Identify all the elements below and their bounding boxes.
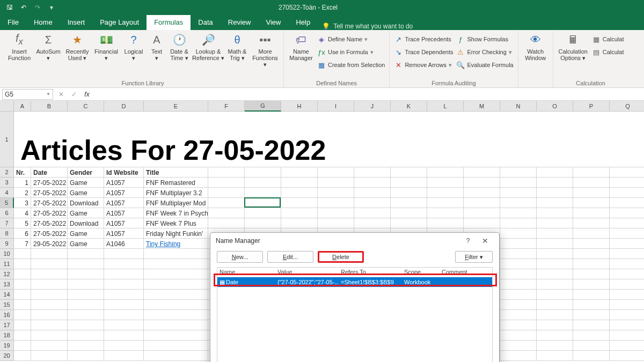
col-header-M[interactable]: M xyxy=(464,101,500,112)
header-c[interactable]: Gender xyxy=(68,167,104,178)
calculate-sheet-button[interactable]: ▤Calculat xyxy=(591,46,625,58)
row-header-10[interactable]: 10 xyxy=(0,249,14,259)
cell-gender[interactable]: Download xyxy=(68,218,104,228)
header-b[interactable]: Date xyxy=(31,167,68,178)
cell-title[interactable]: FNF Multiplayer Mod xyxy=(144,198,208,208)
create-from-selection-button[interactable]: ▦Create from Selection xyxy=(316,59,386,71)
list-row[interactable]: ▦Date {"27-05-2022";"27-05-... =Sheet1!$… xyxy=(217,277,492,287)
col-header-K[interactable]: K xyxy=(391,101,427,112)
cell-idwebsite[interactable]: A1057 xyxy=(104,178,144,188)
col-header-D[interactable]: D xyxy=(104,101,144,112)
row-header-9[interactable]: 9 xyxy=(0,239,14,249)
edit-button[interactable]: Edit... xyxy=(267,251,313,263)
calc-options-button[interactable]: 🖩Calculation Options ▾ xyxy=(557,32,590,61)
show-formulas-button[interactable]: ƒShow Formulas xyxy=(455,33,514,45)
row-header-2[interactable]: 2 xyxy=(0,167,14,178)
autosum-button[interactable]: ΣAutoSum▾ xyxy=(34,32,62,61)
cell-title[interactable]: Tiny Fishing xyxy=(144,239,208,249)
text-button[interactable]: AText▾ xyxy=(147,32,166,61)
row-header-13[interactable]: 13 xyxy=(0,279,14,290)
cell-idwebsite[interactable]: A1057 xyxy=(104,188,144,198)
cell-idwebsite[interactable]: A1057 xyxy=(104,208,144,218)
cell-gender[interactable]: Game xyxy=(68,208,104,218)
cell-nr[interactable]: 5 xyxy=(14,218,31,228)
trace-dependents-button[interactable]: ↘Trace Dependents xyxy=(393,46,454,58)
define-name-button[interactable]: ◈Define Name ▾ xyxy=(316,33,386,45)
formula-input[interactable] xyxy=(94,89,644,100)
row-header-15[interactable]: 15 xyxy=(0,300,14,310)
cell-nr[interactable]: 3 xyxy=(14,198,31,208)
lookup-button[interactable]: 🔎Lookup & Reference ▾ xyxy=(192,32,224,61)
row-header-8[interactable]: 8 xyxy=(0,228,14,239)
cell-gender[interactable]: Download xyxy=(68,198,104,208)
name-manager-button[interactable]: 🏷Name Manager xyxy=(287,32,315,61)
calculate-now-button[interactable]: ▦Calculat xyxy=(591,33,625,45)
cell-gender[interactable]: Game xyxy=(68,178,104,188)
row-header-3[interactable]: 3 xyxy=(0,178,14,188)
cell-idwebsite[interactable]: A1057 xyxy=(104,198,144,208)
col-header-H[interactable]: H xyxy=(281,101,318,112)
tab-view[interactable]: View xyxy=(258,15,288,30)
tell-me[interactable]: 💡 Tell me what you want to do xyxy=(322,23,413,30)
logical-button[interactable]: ?Logical▾ xyxy=(121,32,146,61)
tab-formulas[interactable]: Formulas xyxy=(147,15,191,30)
tab-data[interactable]: Data xyxy=(191,15,220,30)
new-button[interactable]: New... xyxy=(217,251,263,263)
row-header-7[interactable]: 7 xyxy=(0,218,14,228)
close-icon[interactable]: ✕ xyxy=(477,237,494,245)
remove-arrows-button[interactable]: ✕Remove Arrows ▾ xyxy=(393,59,454,71)
row-header-14[interactable]: 14 xyxy=(0,290,14,300)
enter-icon[interactable]: ✓ xyxy=(69,91,79,98)
row-header-12[interactable]: 12 xyxy=(0,269,14,279)
fx-button-icon[interactable]: fx xyxy=(82,91,92,98)
cell-nr[interactable]: 4 xyxy=(14,208,31,218)
col-header-E[interactable]: E xyxy=(144,101,208,112)
cell-date[interactable]: 27-05-2022 xyxy=(31,188,68,198)
col-header-C[interactable]: C xyxy=(68,101,104,112)
row-header-11[interactable]: 11 xyxy=(0,259,14,269)
row-header-17[interactable]: 17 xyxy=(0,320,14,330)
header-a[interactable]: Nr. xyxy=(14,167,31,178)
cell-date[interactable]: 27-05-2022 xyxy=(31,178,68,188)
col-header-F[interactable]: F xyxy=(208,101,245,112)
cell-nr[interactable]: 7 xyxy=(14,239,31,249)
row-header-19[interactable]: 19 xyxy=(0,341,14,351)
col-header-O[interactable]: O xyxy=(537,101,573,112)
cell-nr[interactable]: 6 xyxy=(14,228,31,239)
cell-nr[interactable]: 1 xyxy=(14,178,31,188)
tab-home[interactable]: Home xyxy=(26,15,60,30)
select-all-corner[interactable] xyxy=(0,101,14,112)
evaluate-formula-button[interactable]: 🔍Evaluate Formula xyxy=(455,59,514,71)
cell-gender[interactable]: Game xyxy=(68,188,104,198)
names-list[interactable]: Name Value Refers To Scope Comment ▦Date… xyxy=(217,267,493,362)
cell-gender[interactable]: Game xyxy=(68,228,104,239)
cell-gender[interactable]: Game xyxy=(68,239,104,249)
date-time-button[interactable]: 🕐Date & Time ▾ xyxy=(167,32,191,61)
row-header-5[interactable]: 5 xyxy=(0,198,14,208)
financial-button[interactable]: 💵Financial▾ xyxy=(92,32,120,61)
cell-title[interactable]: FNF Week 7 Plus xyxy=(144,218,208,228)
cell-idwebsite[interactable]: A1046 xyxy=(104,239,144,249)
col-header-Q[interactable]: Q xyxy=(610,101,644,112)
tab-page-layout[interactable]: Page Layout xyxy=(92,15,147,30)
col-header-G[interactable]: G xyxy=(245,101,281,112)
help-button[interactable]: ? xyxy=(459,237,477,245)
cell-date[interactable]: 27-05-2022 xyxy=(31,208,68,218)
header-d[interactable]: Id Website xyxy=(104,167,144,178)
cell-title[interactable]: FNF Multiplayer 3.2 xyxy=(144,188,208,198)
cancel-icon[interactable]: ✕ xyxy=(56,91,66,98)
cell-idwebsite[interactable]: A1057 xyxy=(104,218,144,228)
row-header-20[interactable]: 20 xyxy=(0,351,14,361)
save-icon[interactable]: 🖫 xyxy=(3,2,16,13)
col-header-B[interactable]: B xyxy=(31,101,68,112)
col-header-L[interactable]: L xyxy=(427,101,464,112)
col-header-P[interactable]: P xyxy=(573,101,610,112)
redo-icon[interactable]: ↷ xyxy=(31,2,44,13)
col-header-A[interactable]: A xyxy=(14,101,31,112)
error-checking-button[interactable]: ⚠Error Checking ▾ xyxy=(455,46,514,58)
recently-used-button[interactable]: ★Recently Used ▾ xyxy=(63,32,91,61)
cell-date[interactable]: 27-05-2022 xyxy=(31,198,68,208)
cell-title[interactable]: FNF Week 7 in Psych xyxy=(144,208,208,218)
row-header-16[interactable]: 16 xyxy=(0,310,14,320)
row-header-4[interactable]: 4 xyxy=(0,188,14,198)
